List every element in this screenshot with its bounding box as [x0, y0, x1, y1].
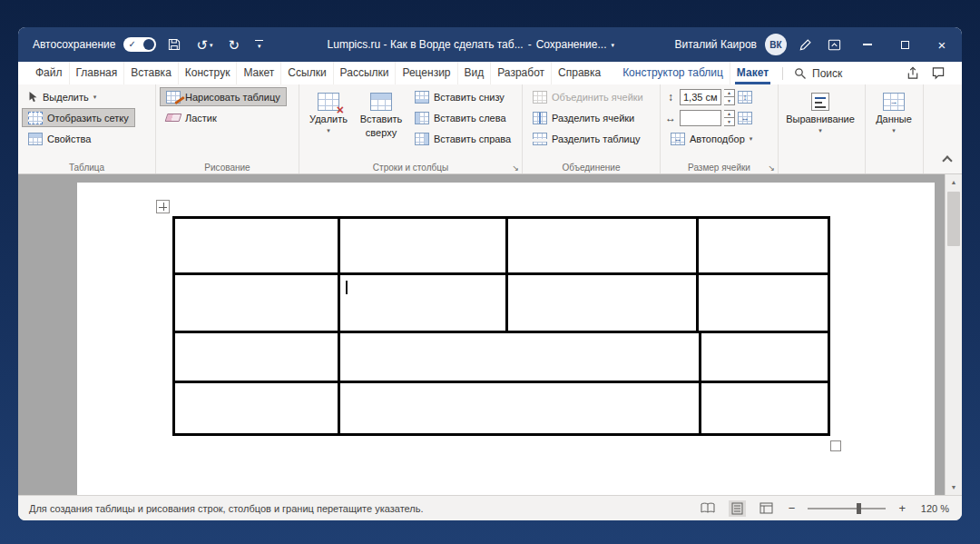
insert-above-button[interactable]: Вставить сверху: [356, 87, 407, 141]
search[interactable]: Поиск: [790, 67, 846, 80]
avatar[interactable]: ВК: [765, 34, 787, 55]
tab-mailings[interactable]: Рассылки: [333, 62, 396, 84]
table-cell[interactable]: [508, 275, 699, 331]
table-cell[interactable]: [701, 333, 828, 381]
table-resize-handle[interactable]: [830, 440, 841, 451]
share-button[interactable]: [900, 64, 926, 82]
spin-down-icon[interactable]: ▼: [724, 118, 734, 125]
spin-up-icon[interactable]: ▲: [724, 111, 734, 119]
eraser-button[interactable]: Ластик: [160, 108, 287, 127]
table-cell[interactable]: [699, 275, 828, 331]
tab-table-layout-active[interactable]: Макет: [730, 62, 775, 84]
width-spinner[interactable]: ▲▼: [724, 110, 735, 126]
zoom-out-button[interactable]: −: [787, 502, 798, 514]
table-cell[interactable]: [699, 219, 828, 272]
dropdown-icon: ▾: [210, 42, 213, 48]
scroll-up-icon[interactable]: ▲: [946, 174, 962, 190]
spin-up-icon[interactable]: ▲: [724, 90, 734, 98]
zoom-in-button[interactable]: +: [897, 502, 907, 514]
table-row: [175, 275, 828, 333]
view-gridlines-button[interactable]: Отобразить сетку: [22, 108, 135, 127]
comments-button[interactable]: [926, 64, 951, 82]
table-move-handle[interactable]: [156, 200, 170, 213]
alignment-button[interactable]: Выравнивание ▾: [782, 87, 858, 136]
ink-button[interactable]: [795, 36, 816, 54]
table-cell[interactable]: [508, 219, 699, 272]
dialog-launcher-icon[interactable]: ↘: [768, 164, 775, 173]
group-data: → Данные ▾: [866, 84, 924, 173]
table-cell[interactable]: [175, 219, 340, 272]
zoom-level[interactable]: 120 %: [918, 503, 949, 514]
zoom-slider-thumb[interactable]: [857, 503, 861, 514]
print-layout-button[interactable]: [729, 500, 746, 517]
delete-button[interactable]: Удалить ▾: [303, 87, 354, 136]
customize-qat-button[interactable]: ▾: [251, 38, 267, 52]
table-row: [175, 333, 828, 383]
tab-help[interactable]: Справка: [551, 62, 607, 84]
properties-button[interactable]: Свойства: [22, 129, 135, 148]
undo-button[interactable]: ↺▾: [192, 36, 216, 54]
vertical-scrollbar[interactable]: ▲ ▼: [945, 174, 962, 495]
table-cell[interactable]: [175, 383, 340, 433]
tab-insert[interactable]: Вставка: [123, 62, 178, 84]
split-cells-button[interactable]: Разделить ячейки: [526, 108, 650, 127]
insert-below-button[interactable]: Вставить снизу: [408, 87, 517, 106]
group-cell-size: ↕ ▲▼ ↕ ↔ ▲▼ ↔ ↔ Автоподбор ▾: [661, 84, 779, 173]
tab-references[interactable]: Ссылки: [280, 62, 332, 84]
group-label-table: Таблица: [18, 163, 155, 173]
table-cell[interactable]: [340, 219, 508, 272]
merge-cells-button[interactable]: Объединить ячейки: [526, 87, 650, 106]
distribute-rows-icon[interactable]: ↕: [738, 91, 752, 104]
split-table-button[interactable]: Разделить таблицу: [526, 129, 650, 148]
spin-down-icon[interactable]: ▼: [724, 97, 734, 104]
ribbon-display-options-button[interactable]: [824, 36, 845, 54]
scrollbar-thumb[interactable]: [947, 192, 960, 246]
table-cell[interactable]: [175, 333, 340, 381]
group-merge: Объединить ячейки Разделить ячейки Разде…: [523, 84, 661, 173]
collapse-ribbon-icon[interactable]: [942, 155, 952, 165]
distribute-columns-icon[interactable]: ↔: [738, 112, 752, 124]
close-button[interactable]: ×: [927, 31, 956, 58]
ribbon-display-icon: [828, 38, 841, 52]
tab-developer[interactable]: Разработ: [490, 62, 551, 84]
tab-view[interactable]: Вид: [457, 62, 491, 84]
table-cell[interactable]: [701, 383, 828, 433]
insert-right-button[interactable]: Вставить справа: [408, 129, 517, 148]
table-cell[interactable]: [340, 333, 701, 381]
scroll-down-icon[interactable]: ▼: [946, 480, 962, 495]
width-input[interactable]: [680, 110, 721, 126]
web-layout-button[interactable]: [757, 500, 776, 516]
insert-left-button[interactable]: Вставить слева: [408, 108, 517, 127]
table-cell[interactable]: [340, 275, 508, 331]
tab-file[interactable]: Файл: [29, 62, 69, 84]
autosave-toggle[interactable]: ✓: [123, 37, 156, 52]
tab-home[interactable]: Главная: [69, 62, 124, 84]
table-cell[interactable]: [340, 383, 701, 433]
draw-table-button[interactable]: Нарисовать таблицу: [160, 87, 287, 106]
height-spinner[interactable]: ▲▼: [724, 89, 735, 105]
insert-above-label-2: сверху: [366, 127, 397, 138]
tab-design[interactable]: Конструк: [178, 62, 237, 84]
group-alignment: Выравнивание ▾: [779, 84, 866, 173]
select-button[interactable]: Выделить ▾: [22, 87, 135, 106]
data-button[interactable]: → Данные ▾: [869, 87, 918, 136]
tab-review[interactable]: Рецензир: [395, 62, 456, 84]
zoom-slider[interactable]: [808, 508, 886, 509]
user-name[interactable]: Виталий Каиров: [674, 38, 757, 51]
drawn-table[interactable]: [172, 216, 830, 436]
insert-below-icon: [415, 91, 429, 104]
table-cell[interactable]: [175, 275, 340, 331]
minimize-button[interactable]: [853, 31, 882, 58]
save-button[interactable]: [164, 36, 184, 53]
tab-table-design[interactable]: Конструктор таблиц: [616, 62, 730, 84]
dialog-launcher-icon[interactable]: ↘: [512, 164, 519, 173]
height-input[interactable]: [680, 89, 721, 105]
tab-layout[interactable]: Макет: [236, 62, 280, 84]
autofit-button[interactable]: ↔ Автоподбор ▾: [664, 129, 759, 148]
document-title[interactable]: Lumpics.ru - Как в Ворде сделать таб... …: [267, 38, 674, 51]
group-rows-columns: Удалить ▾ Вставить сверху Вставить снизу: [299, 84, 523, 173]
redo-button[interactable]: ↻: [225, 36, 244, 54]
maximize-button[interactable]: [890, 31, 919, 58]
title-dropdown-icon: ▾: [612, 42, 615, 48]
read-mode-button[interactable]: [698, 500, 718, 516]
